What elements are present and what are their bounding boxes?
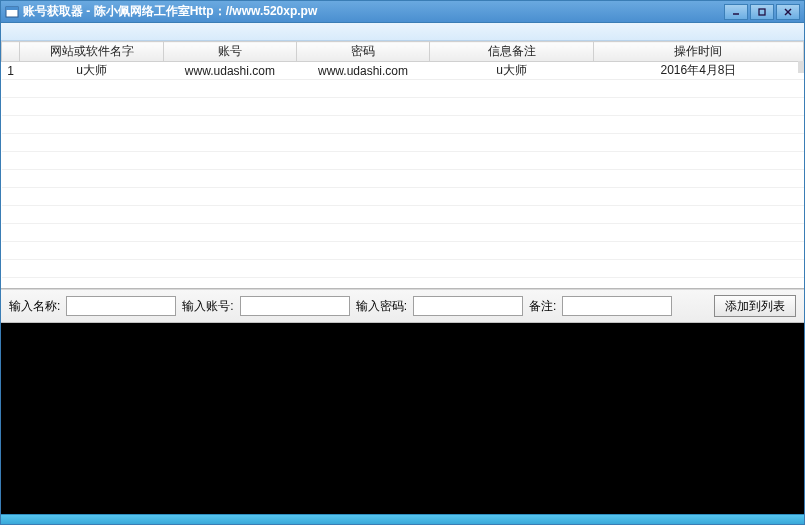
password-input[interactable]	[413, 296, 523, 316]
window-title: 账号获取器 - 陈小佩网络工作室Http：//www.520xp.pw	[23, 3, 724, 20]
account-input[interactable]	[240, 296, 350, 316]
window-controls	[724, 4, 800, 20]
cell-account: www.udashi.com	[163, 62, 296, 80]
table-row-empty	[2, 242, 804, 260]
svg-rect-1	[6, 7, 18, 10]
cell-time: 2016年4月8日	[593, 62, 803, 80]
table-row-empty	[2, 260, 804, 278]
data-table[interactable]: 网站或软件名字 账号 密码 信息备注 操作时间 1u大师www.udashi.c…	[1, 41, 804, 278]
data-table-container: 网站或软件名字 账号 密码 信息备注 操作时间 1u大师www.udashi.c…	[1, 41, 804, 289]
cell-site: u大师	[20, 62, 163, 80]
col-index[interactable]	[2, 42, 20, 62]
table-row-empty	[2, 116, 804, 134]
menubar	[1, 23, 804, 41]
cell-remark: u大师	[430, 62, 594, 80]
table-row-empty	[2, 188, 804, 206]
col-time[interactable]: 操作时间	[593, 42, 803, 62]
col-remark[interactable]: 信息备注	[430, 42, 594, 62]
col-password[interactable]: 密码	[296, 42, 429, 62]
output-panel	[1, 323, 804, 514]
table-row-empty	[2, 152, 804, 170]
remark-label: 备注:	[529, 298, 556, 315]
password-label: 输入密码:	[356, 298, 407, 315]
close-button[interactable]	[776, 4, 800, 20]
table-row-empty	[2, 224, 804, 242]
add-to-list-button[interactable]: 添加到列表	[714, 295, 796, 317]
col-account[interactable]: 账号	[163, 42, 296, 62]
account-label: 输入账号:	[182, 298, 233, 315]
table-row-empty	[2, 98, 804, 116]
minimize-button[interactable]	[724, 4, 748, 20]
name-label: 输入名称:	[9, 298, 60, 315]
input-form: 输入名称: 输入账号: 输入密码: 备注: 添加到列表	[1, 289, 804, 323]
name-input[interactable]	[66, 296, 176, 316]
maximize-button[interactable]	[750, 4, 774, 20]
titlebar[interactable]: 账号获取器 - 陈小佩网络工作室Http：//www.520xp.pw	[1, 1, 804, 23]
table-row-empty	[2, 134, 804, 152]
cell-idx: 1	[2, 62, 20, 80]
table-row-empty	[2, 80, 804, 98]
remark-input[interactable]	[562, 296, 672, 316]
col-site[interactable]: 网站或软件名字	[20, 42, 163, 62]
scroll-indicator	[798, 61, 804, 73]
table-row-empty	[2, 170, 804, 188]
svg-rect-3	[759, 9, 765, 15]
cell-password: www.udashi.com	[296, 62, 429, 80]
table-header-row: 网站或软件名字 账号 密码 信息备注 操作时间	[2, 42, 804, 62]
app-icon	[5, 5, 19, 19]
taskbar-sliver	[1, 514, 804, 524]
table-row[interactable]: 1u大师www.udashi.comwww.udashi.comu大师2016年…	[2, 62, 804, 80]
app-window: 账号获取器 - 陈小佩网络工作室Http：//www.520xp.pw 网站或软…	[0, 0, 805, 525]
table-row-empty	[2, 206, 804, 224]
